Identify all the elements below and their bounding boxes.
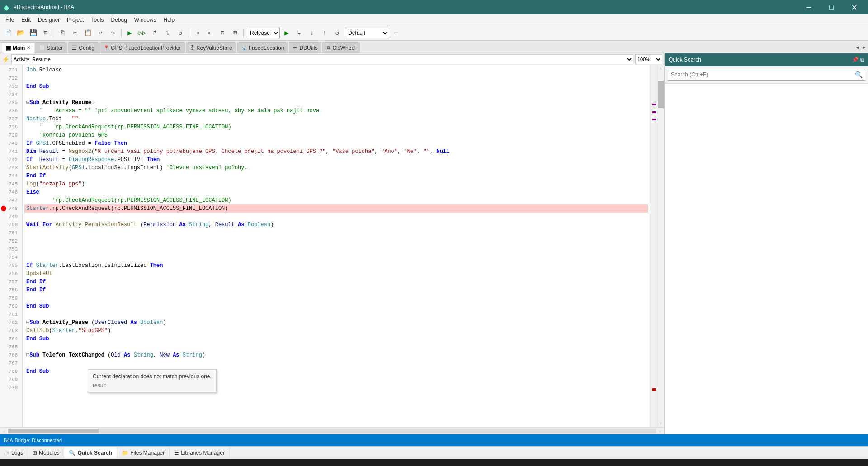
open-button[interactable]: 📂: [14, 27, 26, 39]
tab-kvstore[interactable]: 🗄 KeyValueStore: [186, 42, 236, 53]
hscroll-right[interactable]: ▶: [657, 428, 664, 435]
tab-clswheel[interactable]: ⚙ ClsWheel: [322, 42, 359, 53]
menu-debug[interactable]: Debug: [107, 16, 130, 24]
format-button[interactable]: ⊡: [217, 27, 228, 39]
bottom-tab-quicksearch[interactable]: 🔍 Quick Search: [64, 447, 117, 458]
ln-752: 752: [0, 237, 20, 245]
hscroll-track[interactable]: [8, 429, 656, 433]
margin-mark-3: [652, 119, 656, 120]
ln-737: 737: [0, 115, 20, 123]
bottom-tab-libraries[interactable]: ☰ Libraries Manager: [170, 447, 230, 458]
tab-kvstore-label: KeyValueStore: [196, 45, 232, 51]
tab-main[interactable]: ▣ Main ✕: [2, 42, 34, 53]
undo-button[interactable]: ↩: [94, 27, 106, 39]
refresh-button[interactable]: ↺: [175, 27, 186, 39]
outdent-button[interactable]: ⇤: [204, 27, 216, 39]
maximize-button[interactable]: □: [821, 0, 842, 14]
copy-button[interactable]: ⎘: [57, 27, 68, 39]
menu-project[interactable]: Project: [63, 16, 87, 24]
breadcrumb-select[interactable]: Activity_Resume: [11, 54, 633, 64]
qs-float-btn[interactable]: ⧉: [860, 57, 864, 63]
tab-dbutils[interactable]: 🗃 DBUtils: [289, 42, 321, 53]
extra-btn[interactable]: ⋯: [390, 27, 402, 39]
tab-nav-next[interactable]: ▶: [861, 42, 868, 53]
code-line-747: 'rp.CheckAndRequest(rp.PERMISSION_ACCESS…: [24, 196, 648, 204]
step-over-button[interactable]: ↳: [293, 27, 305, 39]
code-line-741: Dim Result = Msgbox2("K určení vaší polo…: [24, 147, 648, 156]
run2-button[interactable]: ▷▷: [137, 27, 148, 39]
vscroll-up[interactable]: ▲: [658, 65, 663, 72]
menu-tools[interactable]: Tools: [87, 16, 107, 24]
run-release-button[interactable]: ▶: [281, 27, 292, 39]
ln-735: 735: [0, 99, 20, 107]
code-line-746: Else: [24, 188, 648, 196]
minimize-button[interactable]: ─: [798, 0, 819, 14]
code-line-751: [24, 229, 648, 237]
tab-clswheel-label: ClsWheel: [332, 45, 355, 51]
files-icon: 📁: [122, 450, 128, 456]
redo-button[interactable]: ↪: [107, 27, 119, 39]
ln-741: 741: [0, 147, 20, 156]
tab-gps[interactable]: 📍 GPS_FusedLocationProvider: [99, 42, 185, 53]
code-line-764: End Sub: [24, 335, 648, 343]
new-button[interactable]: 📄: [2, 27, 14, 39]
paste-button[interactable]: 📋: [82, 27, 94, 39]
step-out-button[interactable]: ↑: [319, 27, 330, 39]
horizontal-scrollbar[interactable]: ◀ ▶: [0, 427, 664, 434]
menu-designer[interactable]: Designer: [34, 16, 63, 24]
qs-pin-btn[interactable]: 📌: [852, 57, 859, 63]
vertical-scrollbar[interactable]: ▲ ▼: [657, 65, 664, 427]
bottom-tab-modules[interactable]: ⊞ Modules: [28, 447, 64, 458]
code-line-755: If Starter.LastLocation.IsInitialized Th…: [24, 262, 648, 270]
step2-button[interactable]: ↴: [162, 27, 174, 39]
tab-starter[interactable]: ⬜ Starter: [35, 42, 67, 53]
code-line-749: [24, 213, 648, 221]
editor-panel: ⚡ Activity_Resume 100% 75% 125% 731 732 …: [0, 53, 665, 434]
ln-754: 754: [0, 253, 20, 262]
restart-button[interactable]: ↺: [331, 27, 343, 39]
save-button[interactable]: 💾: [27, 27, 39, 39]
tab-fused[interactable]: 📡 FusedLocation: [237, 42, 288, 53]
qs-header: Quick Search 📌 ⧉: [665, 53, 868, 66]
margin-mark-2: [652, 111, 656, 113]
tab-config[interactable]: ☰ Config: [68, 42, 99, 53]
tab-starter-label: Starter: [47, 45, 63, 51]
menu-file[interactable]: File: [2, 16, 18, 24]
zoom-select[interactable]: 100% 75% 125%: [635, 54, 662, 64]
hscroll-thumb[interactable]: [8, 429, 99, 433]
margin-mark-red-1: [652, 388, 656, 391]
ln-731: 731: [0, 66, 20, 74]
indent-button[interactable]: ⇥: [191, 27, 203, 39]
tab-main-label: Main: [13, 45, 25, 51]
step-button[interactable]: ↱: [149, 27, 161, 39]
ln-762: 762: [0, 319, 20, 327]
menu-help[interactable]: Help: [160, 16, 179, 24]
vscroll-thumb[interactable]: [658, 81, 664, 108]
ln-748: 748: [0, 204, 20, 213]
format2-button[interactable]: ⊠: [229, 27, 241, 39]
bottom-tabs: ≡ Logs ⊞ Modules 🔍 Quick Search 📁 Files …: [0, 446, 868, 459]
run-button[interactable]: ▶: [124, 27, 136, 39]
ln-765: 765: [0, 343, 20, 351]
hscroll-left[interactable]: ◀: [0, 428, 7, 435]
cut-button[interactable]: ✂: [69, 27, 81, 39]
bottom-tab-logs[interactable]: ≡ Logs: [2, 447, 28, 458]
default-dropdown[interactable]: Default: [344, 28, 389, 38]
grid-button[interactable]: ⊞: [40, 27, 52, 39]
vscroll-down[interactable]: ▼: [658, 420, 663, 427]
tab-nav-prev[interactable]: ◀: [854, 42, 861, 53]
bottom-tab-files[interactable]: 📁 Files Manager: [117, 447, 170, 458]
release-dropdown[interactable]: Release Debug: [246, 28, 280, 38]
sep1: [54, 29, 54, 38]
code-content[interactable]: Job.Release End Sub ⊟Sub Activity_Resume…: [23, 65, 650, 427]
tab-main-close[interactable]: ✕: [27, 45, 30, 50]
ln-753: 753: [0, 245, 20, 253]
search-input[interactable]: [668, 69, 865, 81]
code-line-733: End Sub: [24, 82, 648, 90]
close-button[interactable]: ✕: [844, 0, 864, 14]
ln-769: 769: [0, 376, 20, 384]
menu-windows[interactable]: Windows: [131, 16, 160, 24]
menu-edit[interactable]: Edit: [18, 16, 34, 24]
code-line-765: [24, 343, 648, 351]
step-into-button[interactable]: ↓: [306, 27, 318, 39]
